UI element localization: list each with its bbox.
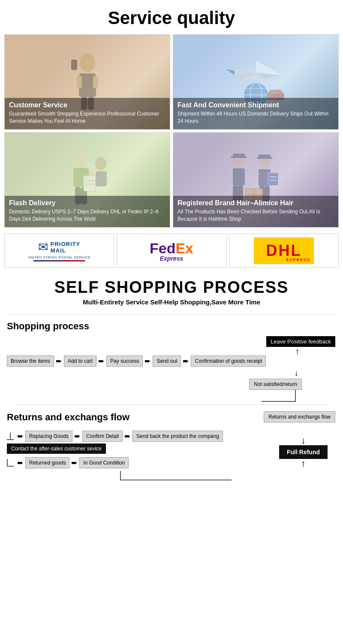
image-grid: Customer Service Guaranteed Smooth Shopp…	[0, 34, 343, 231]
cap-body-brand: All The Products Has Been Checked Before…	[178, 208, 334, 223]
svg-rect-3	[93, 76, 98, 88]
returns-right-box: Returns and exchangs flow	[264, 411, 335, 422]
fedex-logo: FedEx Express	[150, 240, 193, 262]
cap-body-cs: Guaranteed Smooth Shopping Experience Pr…	[9, 110, 165, 125]
svg-rect-42	[268, 173, 278, 185]
arrow-down-confirm: ↓	[7, 368, 336, 378]
flow-section: Shopping process Leave Positive feedback…	[0, 317, 343, 482]
arrow-down-sendback: ↓	[301, 436, 306, 445]
card-caption-ship: Fast And Convenient Shipment Shipment Wi…	[173, 98, 338, 129]
svg-rect-21	[67, 170, 73, 184]
arrow-gc: ➨	[69, 458, 79, 468]
card-caption-cs: Customer Service Guaranteed Smooth Shopp…	[5, 98, 170, 129]
carrier-fedex: FedEx Express	[117, 234, 226, 268]
returns-flow: ➨ Replacing Goods ➨ Confirm Detail ➨ Sen…	[7, 431, 336, 480]
carrier-dhl: DHL EXPRESS	[229, 234, 339, 268]
dhl-logo: DHL EXPRESS	[254, 237, 314, 264]
step-replacing: Replacing Goods	[25, 431, 72, 442]
svg-rect-25	[84, 176, 96, 191]
card-fast-shipment: Fast And Convenient Shipment Shipment Wi…	[173, 34, 339, 130]
divider	[7, 314, 336, 315]
shopping-process-label: Shopping process	[7, 321, 336, 332]
positive-feedback-row: Leave Positive feedback	[7, 336, 336, 347]
cap-title-brand: Registered Brand Hair–Alimice Hair	[178, 199, 334, 207]
full-refund-box: Full Refund	[279, 445, 328, 459]
step-pay: Pay success	[106, 355, 143, 367]
bottom-flow-row: ➨ Returned goods ➨ In Good Condition ↓ F…	[7, 457, 336, 468]
step-confirm-detail: Confirm Detail	[82, 431, 123, 442]
arrow-rg: ➨	[15, 431, 25, 441]
ssp-header: SELF SHOPPING PROCESS Multi-Entirety Ser…	[0, 272, 343, 312]
carrier-row: ✉ PRIORITY MAIL UNITED STATES POSTAL SER…	[0, 231, 343, 272]
bottom-left: ➨ Returned goods ➨ In Good Condition	[7, 457, 129, 468]
refund-col: ↓ Full Refund ↑	[279, 436, 328, 468]
arrow-up-refund: ↑	[301, 459, 306, 468]
cap-title-flash: Flash Delivery	[9, 199, 165, 207]
returns-header-row: Returns and exchangs flow Returns and ex…	[7, 407, 336, 426]
l-turn-arrow	[7, 390, 336, 402]
step-good-condition: In Good Condition	[79, 457, 129, 468]
svg-rect-33	[231, 156, 247, 158]
card-caption-flash: Flash Delivery Domestic Delivery USPS 2–…	[5, 196, 170, 227]
step-returned-goods: Returned goods	[25, 457, 69, 468]
svg-rect-6	[71, 60, 77, 70]
bottom-left-row: ➨ Returned goods ➨ In Good Condition	[7, 457, 129, 468]
bottom-bracket-row	[7, 471, 336, 480]
arrow-rg2: ➨	[15, 458, 25, 468]
svg-rect-39	[257, 157, 272, 159]
arrow-cd: ➨	[72, 431, 82, 441]
usps-logo: ✉ PRIORITY MAIL UNITED STATES POSTAL SER…	[28, 240, 90, 261]
card-customer-service: Customer Service Guaranteed Smooth Shopp…	[4, 34, 170, 130]
ssp-title: SELF SHOPPING PROCESS	[4, 278, 339, 297]
not-satisfied-row: Not satisfied/return	[7, 379, 336, 390]
svg-rect-2	[77, 76, 82, 88]
step-confirm: Confirmation of goods receipt	[191, 355, 266, 367]
cap-body-flash: Domestic Delivery USPS 2–7 Days Delivery…	[9, 208, 165, 223]
bracket-left	[7, 432, 14, 440]
svg-marker-18	[267, 90, 284, 94]
card-brand: Registered Brand Hair–Alimice Hair All T…	[173, 132, 339, 228]
svg-marker-10	[226, 69, 235, 75]
arrow-3: ➨	[143, 356, 153, 366]
shopping-steps-row: Browse the items ➨ Add to cart ➨ Pay suc…	[7, 355, 336, 367]
card-flash-delivery: Flash Delivery Domestic Delivery USPS 2–…	[4, 132, 170, 228]
contact-box: Contact the after-sales customer sevice	[7, 444, 106, 454]
svg-point-28	[95, 157, 106, 170]
cap-title-ship: Fast And Convenient Shipment	[178, 101, 334, 109]
step-send: Send out	[153, 355, 181, 367]
svg-rect-31	[233, 168, 245, 185]
svg-rect-29	[96, 171, 107, 186]
arrow-2: ➨	[96, 356, 106, 366]
arrow-up-positive: ↑	[7, 347, 336, 355]
svg-point-0	[80, 53, 95, 72]
arrow-1: ➨	[54, 356, 64, 366]
cap-body-ship: Shipment Within 48 Hours US Domestic Del…	[178, 110, 334, 125]
card-caption-brand: Registered Brand Hair–Alimice Hair All T…	[173, 196, 338, 227]
not-satisfied-box: Not satisfied/return	[249, 379, 302, 390]
step-cart: Add to cart	[64, 355, 96, 367]
arrow-4: ➨	[181, 356, 191, 366]
page-title: Service quality	[0, 0, 343, 34]
svg-point-19	[74, 151, 88, 166]
divider-2	[14, 404, 329, 405]
arrow-sb: ➨	[123, 431, 132, 441]
bracket-bottom	[7, 459, 14, 467]
carrier-usps: ✉ PRIORITY MAIL UNITED STATES POSTAL SER…	[4, 234, 114, 268]
cap-title-cs: Customer Service	[9, 101, 165, 109]
returns-label: Returns and exchangs flow	[7, 412, 129, 423]
ssp-subtitle: Multi-Entirety Service Self-Help Shoppin…	[4, 298, 339, 306]
step-browse: Browse the items	[7, 355, 54, 367]
positive-feedback-box: Leave Positive feedback	[266, 336, 335, 347]
step-send-back: Send back the product the compang	[132, 431, 223, 442]
